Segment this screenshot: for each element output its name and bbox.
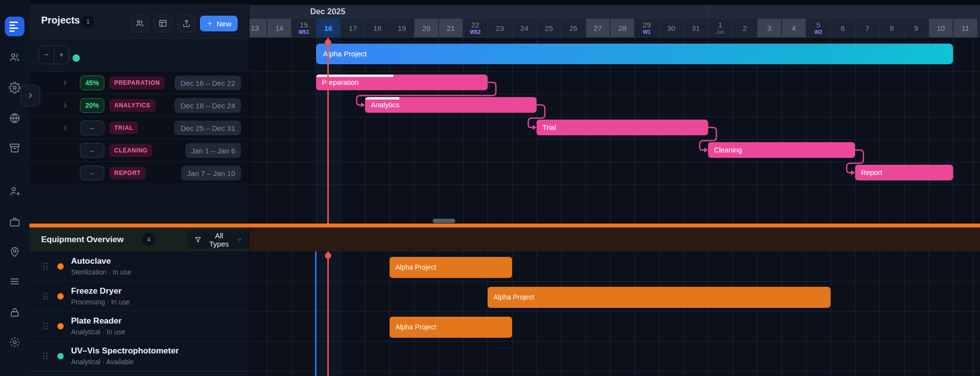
today-line (327, 251, 329, 376)
lock-icon[interactable] (9, 306, 21, 318)
day-cell: 2 (733, 19, 757, 37)
week-number-label: W52 (470, 29, 481, 35)
task-label-chip: CLEANING (109, 144, 152, 157)
task-bar-analytics[interactable]: Analytics (365, 97, 537, 113)
equipment-name: UV–Vis Spectrophotometer (71, 346, 179, 356)
equipment-row-plate-reader[interactable]: Plate ReaderAnalytical · In use (29, 311, 249, 341)
equipment-name: Freeze Dryer (71, 286, 122, 296)
week-number-label: W51 (298, 29, 309, 35)
equipment-row-uv-vis-spectrophotometer[interactable]: UV–Vis SpectrophotometerAnalytical · Ava… (29, 341, 249, 371)
archive-icon[interactable] (9, 142, 21, 154)
task-label-chip: REPORT (109, 167, 146, 179)
week-number-label: W2 (814, 29, 822, 35)
row-separator (249, 311, 980, 312)
drag-handle-icon[interactable] (43, 293, 48, 300)
task-bar-preparation[interactable]: Preparation (316, 75, 488, 90)
layout-view-button[interactable] (154, 14, 172, 32)
day-cell-today: 16 (317, 19, 340, 37)
row-separator (249, 94, 980, 95)
day-number: 22 (471, 21, 480, 28)
task-progress-empty: – (80, 166, 104, 180)
equipment-header: Equipment Overview 4 All Types (29, 227, 249, 251)
project-row-alpha[interactable]: − + 15% Alpha Project Bob Xavier · BASF (29, 39, 249, 72)
users-icon[interactable] (9, 51, 21, 63)
equipment-row-freeze-dryer[interactable]: Freeze DryerProcessing · In use (29, 281, 249, 311)
status-dot-in-use (57, 323, 64, 329)
panel-layout-icon (158, 19, 168, 28)
day-cell: 19 (390, 19, 414, 37)
equipment-booking-bar[interactable]: Alpha Project (390, 257, 512, 278)
panel-expand-button[interactable] (21, 85, 40, 106)
loader-icon[interactable] (9, 336, 21, 348)
day-number: 11 (961, 25, 969, 32)
task-bar-cleaning[interactable]: Cleaning (708, 142, 855, 158)
export-button[interactable] (177, 14, 196, 32)
menu-icon[interactable] (9, 276, 21, 287)
map-pin-icon[interactable] (9, 246, 21, 258)
filter-icon (194, 236, 202, 244)
project-bar-alpha[interactable]: Alpha Project (316, 44, 953, 64)
drag-handle-icon[interactable] (43, 352, 48, 359)
equipment-booking-bar[interactable]: Alpha Project (390, 317, 512, 338)
month-label: Dec 2025 (310, 5, 345, 18)
settings-icon[interactable] (9, 82, 21, 94)
drag-handle-icon[interactable] (43, 323, 48, 329)
equipment-booking-bar[interactable]: Alpha Project (488, 287, 831, 308)
task-label-chip: PREPARATION (109, 76, 165, 89)
status-dot-available (57, 353, 64, 359)
task-row-analytics[interactable]: 20%ANALYTICSDec 18 – Dec 24 (29, 94, 249, 117)
task-date-range: Dec 25 – Dec 31 (174, 121, 241, 135)
section-resize-handle[interactable] (433, 219, 455, 223)
task-row-preparation[interactable]: 45%PREPARATIONDec 16 – Dec 22 (29, 72, 249, 94)
briefcase-icon[interactable] (9, 216, 21, 228)
day-number: 5 (816, 21, 820, 28)
task-bar-trial[interactable]: Trial (537, 120, 708, 135)
day-cell: 9 (905, 19, 928, 37)
day-cell: 11 (954, 19, 977, 37)
app-root: Projects 1 New − + 15% Alpha Project Bob… (0, 0, 980, 376)
day-number: 1 (718, 21, 722, 28)
day-cell: 26 (562, 19, 585, 37)
task-row-report[interactable]: –REPORTJan 7 – Jan 10 (29, 162, 249, 184)
equipment-type-filter[interactable]: All Types (187, 230, 249, 249)
logo-icon[interactable] (5, 17, 24, 36)
equipment-row-autoclave[interactable]: AutoclaveSterilization · In use (29, 251, 249, 281)
new-project-button[interactable]: New (200, 16, 238, 31)
chevron-right-icon[interactable] (62, 102, 69, 109)
row-separator (249, 72, 980, 72)
day-number: 16 (324, 25, 333, 32)
users-icon (135, 19, 145, 28)
globe-icon[interactable] (9, 112, 21, 124)
status-dot-in-use (57, 293, 64, 300)
row-separator (249, 117, 980, 117)
row-separator (249, 184, 980, 185)
day-cell: 14 (268, 19, 291, 37)
chevron-right-icon[interactable] (62, 79, 69, 86)
task-row-cleaning[interactable]: –CLEANINGJan 1 – Jan 6 (29, 139, 249, 162)
task-progress-strip (365, 97, 399, 100)
day-number: 24 (520, 25, 529, 32)
task-bar-report[interactable]: Report (855, 165, 953, 180)
day-number: 30 (667, 25, 676, 32)
equipment-gantt-area: Alpha ProjectAlpha ProjectAlpha Project (249, 251, 980, 376)
projects-panel-header: Projects 1 New (29, 4, 249, 39)
day-number: 20 (422, 25, 431, 32)
chevron-right-icon[interactable] (62, 125, 69, 131)
day-number: 9 (914, 25, 918, 32)
equipment-header-track (249, 227, 980, 251)
day-cell: 29W1 (635, 19, 659, 37)
panel-chart-divider (249, 0, 249, 376)
task-date-range: Jan 1 – Jan 6 (185, 143, 241, 158)
drag-handle-icon[interactable] (43, 263, 48, 270)
user-plus-icon[interactable] (9, 185, 21, 197)
share-users-button[interactable] (131, 14, 149, 32)
chevron-down-icon (236, 236, 243, 243)
row-separator (29, 371, 249, 372)
task-row-trial[interactable]: –TRIALDec 25 – Dec 31 (29, 117, 249, 139)
collapse-button[interactable]: − (39, 46, 54, 64)
day-cell: 3 (758, 19, 781, 37)
day-number: 29 (643, 21, 651, 28)
expand-button[interactable]: + (54, 46, 69, 64)
day-cell: 23 (488, 19, 512, 37)
day-cell: 15W51 (292, 19, 316, 37)
